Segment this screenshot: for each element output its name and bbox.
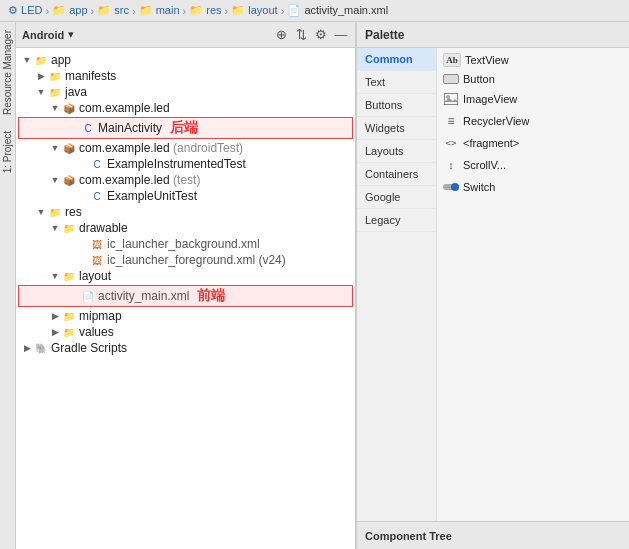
- folder-icon-manifests: 📁: [48, 69, 62, 83]
- layout-label: layout: [79, 269, 111, 283]
- breadcrumb: ⚙ LED › 📁 app › 📁 src › 📁 main › 📁 res ›…: [0, 0, 629, 22]
- package1-label: com.example.led: [79, 101, 170, 115]
- tree-item-activity-main[interactable]: ▶ 📄 activity_main.xml 前端: [18, 285, 353, 307]
- drawable-label: drawable: [79, 221, 128, 235]
- resource-manager-tab[interactable]: Resource Manager: [0, 22, 15, 123]
- expand-manifests[interactable]: ▶: [34, 69, 48, 83]
- tree-item-fg-xml[interactable]: ▶ 🖼 ic_launcher_foreground.xml (v24): [16, 252, 355, 268]
- breadcrumb-src[interactable]: 📁 src: [97, 4, 129, 17]
- tree-item-values[interactable]: ▶ 📁 values: [16, 324, 355, 340]
- expand-gradle[interactable]: ▶: [20, 341, 34, 355]
- tree-item-package1[interactable]: ▼ 📦 com.example.led: [16, 100, 355, 116]
- scrollview-icon: ↕: [443, 157, 459, 173]
- palette-category-buttons[interactable]: Buttons: [357, 94, 436, 117]
- expand-package1[interactable]: ▼: [48, 101, 62, 115]
- breadcrumb-layout[interactable]: 📁 layout: [231, 4, 277, 17]
- package3-label: com.example.led: [79, 173, 170, 187]
- tree-item-unittest[interactable]: ▶ C ExampleUnitTest: [16, 188, 355, 204]
- palette-category-text[interactable]: Text: [357, 71, 436, 94]
- expand-res[interactable]: ▼: [34, 205, 48, 219]
- imageview-icon: [443, 91, 459, 107]
- tree-item-bg-xml[interactable]: ▶ 🖼 ic_launcher_background.xml: [16, 236, 355, 252]
- android-dropdown[interactable]: ▾: [68, 28, 74, 41]
- xml-icon-activity-main: 📄: [81, 289, 95, 303]
- component-tree-footer[interactable]: Component Tree: [357, 521, 629, 549]
- switch-icon: [443, 179, 459, 195]
- side-labels: Resource Manager 1: Project: [0, 22, 16, 549]
- palette-category-layouts[interactable]: Layouts: [357, 140, 436, 163]
- package-icon-3: 📦: [62, 173, 76, 187]
- expand-java[interactable]: ▼: [34, 85, 48, 99]
- instrumentedtest-label: ExampleInstrumentedTest: [107, 157, 246, 171]
- class-icon-unittest: C: [90, 189, 104, 203]
- expand-mipmap[interactable]: ▶: [48, 309, 62, 323]
- panel-toolbar: Android ▾ ⊕ ⇅ ⚙ —: [16, 22, 355, 48]
- palette-category-google[interactable]: Google: [357, 186, 436, 209]
- breadcrumb-main[interactable]: 📁 main: [139, 4, 180, 17]
- breadcrumb-res[interactable]: 📁 res: [189, 4, 221, 17]
- tree-item-package3[interactable]: ▼ 📦 com.example.led (test): [16, 172, 355, 188]
- palette-category-common[interactable]: Common: [357, 48, 436, 71]
- add-icon[interactable]: ⊕: [273, 27, 289, 43]
- android-label: Android: [22, 29, 64, 41]
- values-label: values: [79, 325, 114, 339]
- folder-icon-mipmap: 📁: [62, 309, 76, 323]
- tree-item-gradle[interactable]: ▶ 🐘 Gradle Scripts: [16, 340, 355, 356]
- palette-category-legacy[interactable]: Legacy: [357, 209, 436, 232]
- tree-item-manifests[interactable]: ▶ 📁 manifests: [16, 68, 355, 84]
- tree-item-java[interactable]: ▼ 📁 java: [16, 84, 355, 100]
- bg-xml-label: ic_launcher_background.xml: [107, 237, 260, 251]
- palette-content: Common Text Buttons Widgets Layouts Cont…: [357, 48, 629, 521]
- expand-package2[interactable]: ▼: [48, 141, 62, 155]
- tree-content: ▼ 📁 app ▶ 📁 manifests ▼ 📁 java ▼: [16, 48, 355, 549]
- palette-item-switch[interactable]: Switch: [439, 176, 627, 198]
- imageview-label: ImageView: [463, 93, 517, 105]
- palette-item-button[interactable]: Button: [439, 70, 627, 88]
- tree-item-package2[interactable]: ▼ 📦 com.example.led (androidTest): [16, 140, 355, 156]
- palette-item-scrollview[interactable]: ↕ ScrollV...: [439, 154, 627, 176]
- textview-icon: Ab: [443, 53, 461, 67]
- gradle-icon: 🐘: [34, 341, 48, 355]
- class-icon-instrumentedtest: C: [90, 157, 104, 171]
- breadcrumb-xml[interactable]: 📄 activity_main.xml: [287, 4, 388, 17]
- palette-item-fragment[interactable]: <> <fragment>: [439, 132, 627, 154]
- fg-xml-label: ic_launcher_foreground.xml (v24): [107, 253, 286, 267]
- recyclerview-icon: ≡: [443, 113, 459, 129]
- tree-item-res[interactable]: ▼ 📁 res: [16, 204, 355, 220]
- expand-drawable[interactable]: ▼: [48, 221, 62, 235]
- package3-suffix: (test): [170, 173, 201, 187]
- textview-label: TextView: [465, 54, 509, 66]
- palette-item-textview[interactable]: Ab TextView: [439, 50, 627, 70]
- expand-package3[interactable]: ▼: [48, 173, 62, 187]
- expand-app[interactable]: ▼: [20, 53, 34, 67]
- palette-title: Palette: [365, 28, 404, 42]
- tree-item-layout[interactable]: ▼ 📁 layout: [16, 268, 355, 284]
- project-tab[interactable]: 1: Project: [0, 123, 15, 181]
- xml-icon-bg: 🖼: [90, 237, 104, 251]
- tree-item-mainactivity[interactable]: ▶ C MainActivity 后端: [18, 117, 353, 139]
- project-panel: Android ▾ ⊕ ⇅ ⚙ — ▼ 📁 app ▶ 📁 manifests: [16, 22, 356, 549]
- palette-categories: Common Text Buttons Widgets Layouts Cont…: [357, 48, 437, 521]
- breadcrumb-led[interactable]: ⚙ LED: [8, 4, 42, 17]
- minimize-icon[interactable]: —: [333, 27, 349, 43]
- palette-item-recyclerview[interactable]: ≡ RecyclerView: [439, 110, 627, 132]
- folder-icon-values: 📁: [62, 325, 76, 339]
- settings-icon[interactable]: ⚙: [313, 27, 329, 43]
- tree-item-drawable[interactable]: ▼ 📁 drawable: [16, 220, 355, 236]
- breadcrumb-app[interactable]: 📁 app: [52, 4, 87, 17]
- tree-item-mipmap[interactable]: ▶ 📁 mipmap: [16, 308, 355, 324]
- fragment-label: <fragment>: [463, 137, 519, 149]
- tree-item-instrumentedtest[interactable]: ▶ C ExampleInstrumentedTest: [16, 156, 355, 172]
- palette-category-containers[interactable]: Containers: [357, 163, 436, 186]
- xml-icon-fg: 🖼: [90, 253, 104, 267]
- tree-item-app[interactable]: ▼ 📁 app: [16, 52, 355, 68]
- palette-items-list: Ab TextView Button: [437, 48, 629, 521]
- folder-icon-res: 📁: [48, 205, 62, 219]
- svg-rect-0: [444, 93, 458, 105]
- palette-category-widgets[interactable]: Widgets: [357, 117, 436, 140]
- expand-layout[interactable]: ▼: [48, 269, 62, 283]
- expand-values[interactable]: ▶: [48, 325, 62, 339]
- sync-icon[interactable]: ⇅: [293, 27, 309, 43]
- package-icon-1: 📦: [62, 101, 76, 115]
- palette-item-imageview[interactable]: ImageView: [439, 88, 627, 110]
